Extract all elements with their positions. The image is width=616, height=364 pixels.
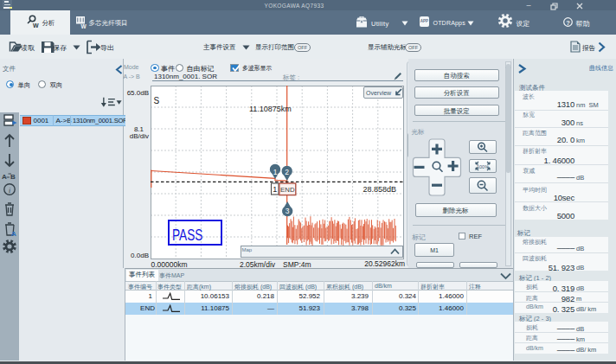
svg-text:100%: 100% (477, 164, 489, 169)
svg-text:11.10875km: 11.10875km (249, 105, 292, 113)
svg-text:2: 2 (285, 168, 289, 176)
svg-text:i: i (9, 187, 10, 195)
svg-text:S: S (154, 96, 160, 105)
svg-text:28.858dB: 28.858dB (363, 185, 396, 194)
svg-text:?: ? (566, 19, 570, 27)
svg-text:1: 1 (273, 185, 277, 194)
svg-text:3: 3 (286, 207, 290, 215)
svg-text:1: 1 (273, 168, 278, 176)
svg-text:A: A (2, 173, 7, 181)
svg-text:W: W (33, 22, 39, 29)
svg-text:END: END (280, 186, 295, 194)
svg-text:A: A (11, 230, 16, 238)
svg-text:W: W (81, 23, 87, 29)
